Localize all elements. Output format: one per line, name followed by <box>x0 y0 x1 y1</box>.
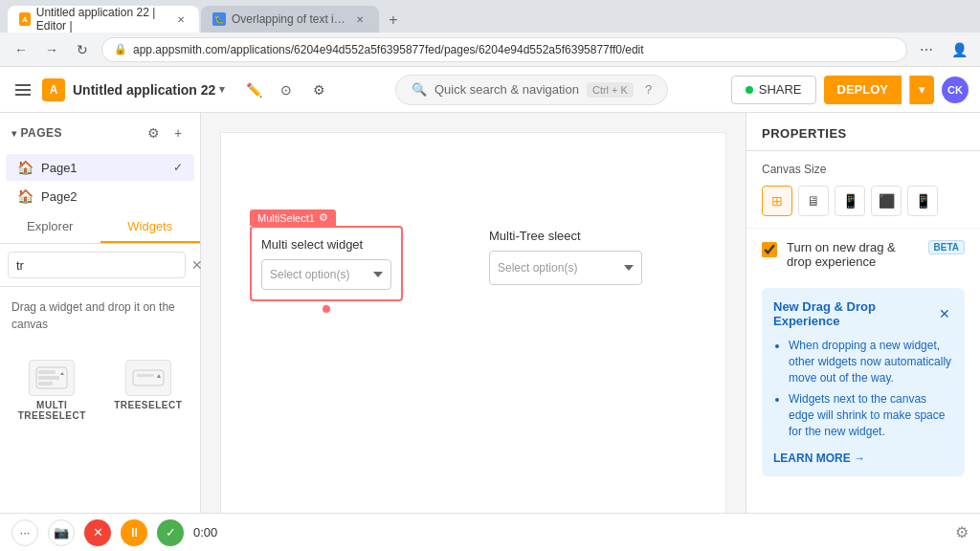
app-title-dropdown-icon[interactable]: ▾ <box>219 83 225 96</box>
widget-item-treeselect[interactable]: TREESELECT <box>104 352 193 429</box>
tree-select-dropdown[interactable]: Select option(s) <box>489 251 642 285</box>
settings-toolbar-button[interactable]: ⚙ <box>305 77 332 103</box>
learn-more-text: LEARN MORE → <box>773 452 865 465</box>
canvas-background[interactable]: MultiSelect1 ⚙ Multi select widget Selec… <box>220 132 726 515</box>
tab-issue[interactable]: 🐛 Overlapping of text in Tree selec... ✕ <box>201 6 379 33</box>
sidebar-item-page1[interactable]: 🏠 Page1 ✓ <box>6 154 194 181</box>
tab-close-issue[interactable]: ✕ <box>352 11 368 27</box>
more-options-button[interactable]: ··· <box>11 519 38 546</box>
canvas-size-section: Canvas Size ⊞ 🖥 📱 ⬛ 📱 <box>746 151 980 229</box>
drag-hint: Drag a widget and drop it on the canvas <box>0 287 200 344</box>
svg-rect-1 <box>38 370 56 374</box>
drag-drop-checkbox[interactable] <box>762 242 777 257</box>
device-desktop-button[interactable]: 🖥 <box>798 186 829 216</box>
browser-nav-controls: ← → ↻ <box>8 36 96 63</box>
user-avatar[interactable]: CK <box>942 77 969 103</box>
treeselect-label: TREESELECT <box>114 400 182 410</box>
bottom-settings-icon[interactable]: ⚙ <box>955 524 969 540</box>
back-button[interactable]: ← <box>8 36 34 63</box>
tab-explorer[interactable]: Explorer <box>0 210 100 243</box>
deploy-button[interactable]: DEPLOY <box>824 76 902 104</box>
page1-label: Page1 <box>41 161 78 175</box>
refresh-button[interactable]: ↻ <box>69 36 96 63</box>
device-tablet-button[interactable]: 📱 <box>835 186 865 216</box>
pages-label-text: PAGES <box>21 126 63 140</box>
tab-issue-label: Overlapping of text in Tree selec... <box>232 12 346 26</box>
svg-rect-3 <box>38 382 53 386</box>
page1-active-check: ✓ <box>173 161 183 174</box>
page1-icon: 🏠 <box>17 160 33 175</box>
page-settings-button[interactable]: ⚙ <box>143 122 164 143</box>
device-tablet-landscape-button[interactable]: ⬛ <box>871 186 902 216</box>
canvas-area[interactable]: MultiSelect1 ⚙ Multi select widget Selec… <box>201 113 746 551</box>
share-button[interactable]: SHARE <box>731 76 816 104</box>
tab-widgets[interactable]: Widgets <box>100 210 201 243</box>
camera-button[interactable]: 📷 <box>48 519 75 546</box>
tab-editor[interactable]: A Untitled application 22 | Editor | ✕ <box>8 6 199 33</box>
multi-select-widget[interactable]: Multi select widget Select option(s) <box>250 226 403 301</box>
widget-item-multi-treeselect[interactable]: MULTI TREESELECT <box>8 352 97 429</box>
help-question-icon: ? <box>645 82 652 97</box>
bottom-bar: ··· 📷 ✕ ⏸ ✓ 0:00 ⚙ <box>0 513 980 551</box>
multi-select-dropdown[interactable]: Select option(s) <box>261 259 391 290</box>
widget-settings-gear-icon[interactable]: ⚙ <box>319 211 328 224</box>
pages-chevron-icon: ▾ <box>11 128 17 139</box>
extensions-button[interactable]: ⋯ <box>913 36 940 63</box>
preview-button[interactable]: ⊙ <box>273 77 300 103</box>
widgets-tab-label: Widgets <box>127 219 172 233</box>
page2-label: Page2 <box>41 189 78 204</box>
device-mobile-button[interactable]: 📱 <box>907 186 938 216</box>
tree-select-title: Multi-Tree sleect <box>489 229 642 243</box>
search-bar-container: 🔍 Quick search & navigation Ctrl + K ? <box>342 75 721 105</box>
timer-display: 0:00 <box>193 525 217 540</box>
deploy-dropdown-button[interactable]: ▾ <box>909 76 934 104</box>
tree-select-widget-container: Multi-Tree sleect Select option(s) <box>489 229 642 285</box>
canvas-size-label: Canvas Size <box>762 163 965 176</box>
drag-hint-text: Drag a widget and drop it on the canvas <box>11 300 175 331</box>
url-bar[interactable]: 🔒 app.appsmith.com/applications/6204e94d… <box>101 37 907 62</box>
device-size-options: ⊞ 🖥 📱 ⬛ 📱 <box>762 186 965 216</box>
stop-button[interactable]: ✕ <box>84 519 111 546</box>
tab-close-editor[interactable]: ✕ <box>175 11 188 27</box>
confirm-button[interactable]: ✓ <box>157 519 184 546</box>
multi-treeselect-label: MULTI TREESELECT <box>11 400 93 421</box>
forward-button[interactable]: → <box>38 36 65 63</box>
lock-icon: 🔒 <box>114 43 127 55</box>
quick-search-button[interactable]: 🔍 Quick search & navigation Ctrl + K ? <box>395 75 668 105</box>
search-text: Quick search & navigation <box>434 82 579 97</box>
info-bullet-2: Widgets next to the canvas edge will shr… <box>789 391 953 439</box>
device-custom-button[interactable]: ⊞ <box>762 186 792 216</box>
info-box-close-button[interactable]: ✕ <box>937 305 953 322</box>
drag-drop-label: Turn on new drag & drop experience <box>787 240 896 269</box>
search-shortcut: Ctrl + K <box>587 82 634 98</box>
sidebar: ▾ PAGES ⚙ + 🏠 Page1 ✓ 🏠 Page2 Explorer <box>0 113 201 551</box>
tab-favicon-issue: 🐛 <box>212 12 226 26</box>
edit-mode-button[interactable]: ✏️ <box>240 77 267 103</box>
drag-drop-label-wrapper: Turn on new drag & drop experience <box>787 240 919 269</box>
properties-panel: PROPERTIES Canvas Size ⊞ 🖥 📱 ⬛ 📱 Turn on… <box>746 113 980 551</box>
app-title-text: Untitled application 22 <box>73 82 215 98</box>
info-box-title: New Drag & Drop Experience <box>773 299 937 328</box>
bottom-right: ⚙ <box>955 523 969 541</box>
sidebar-tabs: Explorer Widgets <box>0 210 200 244</box>
widget-resize-handle[interactable] <box>323 305 330 313</box>
status-dot <box>746 86 753 94</box>
treeselect-icon <box>125 360 171 396</box>
beta-badge: BETA <box>928 240 965 254</box>
header-left: A Untitled application 22 ▾ ✏️ ⊙ ⚙ <box>11 77 332 103</box>
new-tab-button[interactable]: + <box>381 8 406 33</box>
widget-name-tag: MultiSelect1 <box>257 212 315 224</box>
tab-favicon-editor: A <box>19 12 31 26</box>
properties-panel-title: PROPERTIES <box>746 113 980 151</box>
app-body: ▾ PAGES ⚙ + 🏠 Page1 ✓ 🏠 Page2 Explorer <box>0 113 980 551</box>
widget-search-input[interactable] <box>8 252 186 278</box>
pause-button[interactable]: ⏸ <box>121 519 147 546</box>
hamburger-menu[interactable] <box>11 80 34 99</box>
learn-more-link[interactable]: LEARN MORE → <box>773 452 865 465</box>
search-icon: 🔍 <box>412 82 427 97</box>
app-logo: A <box>42 78 65 101</box>
profile-button[interactable]: 👤 <box>946 36 972 63</box>
url-text: app.appsmith.com/applications/6204e94d55… <box>133 43 644 56</box>
sidebar-item-page2[interactable]: 🏠 Page2 <box>6 183 194 209</box>
add-page-button[interactable]: + <box>167 122 189 143</box>
